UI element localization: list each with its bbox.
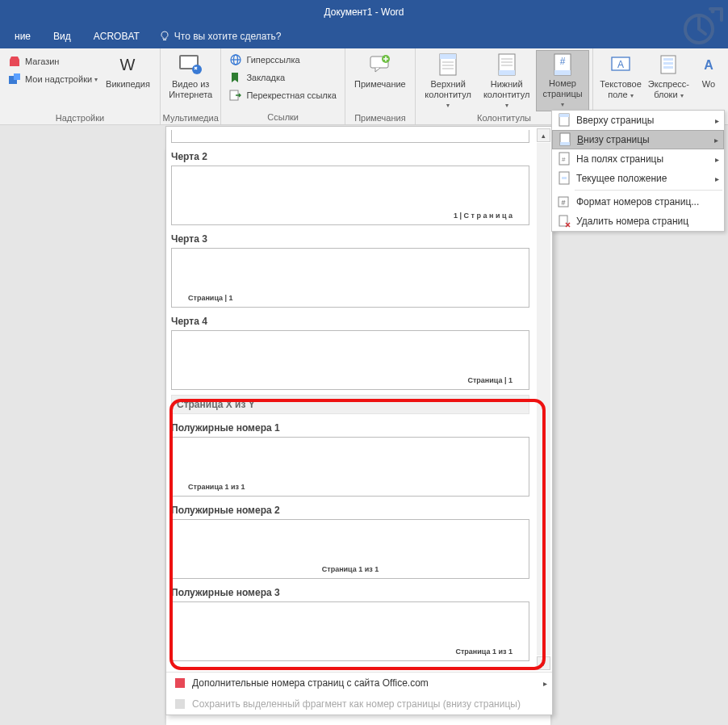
svg-rect-34: [663, 66, 673, 69]
svg-rect-46: [559, 216, 567, 226]
scroll-down-button[interactable]: ▾: [537, 656, 550, 670]
svg-text:#: #: [562, 156, 566, 163]
window-title: Документ1 - Word: [324, 6, 404, 18]
menu-top-of-page[interactable]: Вверху страницы▸: [552, 111, 724, 130]
menu-page-margins[interactable]: # На полях страницы▸: [552, 149, 724, 169]
chevron-right-icon: ▸: [715, 174, 719, 183]
store-button[interactable]: Магазин: [5, 53, 101, 69]
quick-parts-button[interactable]: Экспресс- блоки ▾: [645, 50, 692, 111]
svg-text:W: W: [120, 56, 136, 73]
gallery-more-online[interactable]: Дополнительные номера страниц с сайта Of…: [166, 673, 552, 694]
chevron-right-icon: ▸: [714, 136, 718, 145]
footer-button[interactable]: Нижний колонтитул ▾: [477, 50, 536, 111]
chevron-right-icon: ▸: [543, 679, 547, 688]
chevron-right-icon: ▸: [715, 116, 719, 125]
chevron-right-icon: ▸: [715, 155, 719, 164]
textbox-button[interactable]: A Текстовое поле ▾: [596, 50, 645, 111]
svg-text:#: #: [561, 199, 565, 207]
comment-icon: [367, 52, 393, 78]
menu-remove-page-numbers[interactable]: Удалить номера страниц: [552, 212, 724, 231]
my-addins-button[interactable]: Мои надстройки▾: [5, 71, 101, 87]
svg-rect-33: [663, 62, 673, 65]
svg-text:A: A: [617, 59, 624, 70]
page-number-icon: #: [550, 52, 575, 77]
svg-text:#: #: [560, 56, 566, 67]
wordart-icon: A: [696, 52, 722, 78]
page-current-icon: [557, 171, 571, 186]
gallery-item-bold1[interactable]: Страница 1 из 1: [171, 437, 529, 497]
addins-icon: [8, 73, 21, 86]
bookmark-button[interactable]: Закладка: [226, 69, 340, 86]
header-button[interactable]: Верхний колонтитул ▾: [419, 50, 478, 111]
menu-bottom-of-page[interactable]: Внизу страницы▸: [552, 130, 724, 149]
page-number-gallery: ▴ ▾ Черта 2 1 | С т р а н и ц а Черта 3 …: [165, 126, 553, 715]
gallery-item-label: Полужирные номера 2: [171, 505, 529, 516]
gallery-section-header: Страница X из Y: [171, 395, 529, 414]
svg-rect-37: [559, 114, 569, 117]
page-number-button[interactable]: # Номер страницы ▾: [536, 50, 589, 111]
textbox-icon: A: [608, 52, 634, 78]
online-video-button[interactable]: Видео из Интернета: [165, 50, 215, 111]
gallery-item-label: Черта 3: [171, 233, 529, 245]
hyperlink-button[interactable]: Гиперссылка: [226, 52, 340, 68]
svg-rect-28: [554, 70, 571, 75]
gallery-item-label: Черта 4: [171, 316, 529, 327]
quick-icon: [655, 52, 681, 78]
menu-format-page-numbers[interactable]: # Формат номеров страниц...: [552, 192, 724, 212]
page-top-icon: [557, 113, 571, 128]
office-icon: [173, 676, 187, 690]
page-bottom-icon: [558, 132, 572, 147]
tell-me[interactable]: Что вы хотите сделать?: [159, 31, 282, 42]
svg-text:A: A: [704, 58, 713, 72]
page-number-menu: Вверху страницы▸ Внизу страницы▸ # На по…: [551, 110, 725, 232]
remove-icon: [557, 214, 571, 228]
ribbon-tabs: ние Вид ACROBAT Что вы хотите сделать?: [0, 24, 728, 48]
link-icon: [229, 53, 242, 66]
gallery-item-label: Полужирные номера 3: [171, 587, 529, 598]
svg-rect-3: [10, 60, 19, 66]
tab-view[interactable]: Вид: [42, 24, 82, 48]
save-sel-icon: [173, 697, 187, 711]
group-label-media: Мультимедиа: [161, 111, 220, 125]
wikipedia-icon: W: [115, 52, 140, 78]
gallery-item-line4[interactable]: Страница | 1: [171, 330, 529, 390]
format-icon: #: [557, 195, 571, 209]
tab-partial[interactable]: ние: [3, 24, 42, 48]
svg-rect-5: [14, 73, 20, 80]
scrollbar-track[interactable]: [537, 143, 550, 656]
comment-button[interactable]: Примечание: [351, 50, 409, 111]
gallery-item-label: Черта 2: [171, 151, 529, 162]
footer-icon: [494, 52, 520, 78]
group-label-addins: Надстройки: [0, 111, 160, 125]
scroll-up-button[interactable]: ▴: [537, 128, 550, 142]
svg-rect-39: [560, 142, 570, 145]
gallery-item-line3[interactable]: Страница | 1: [171, 248, 529, 308]
crossref-button[interactable]: Перекрестная ссылка: [226, 87, 340, 103]
svg-rect-47: [175, 678, 185, 688]
wikipedia-button[interactable]: W Википедия: [103, 50, 153, 111]
group-label-links: Ссылки: [221, 111, 345, 124]
svg-rect-48: [175, 699, 185, 709]
gallery-save-selection: Сохранить выделенный фрагмент как номер …: [166, 694, 552, 715]
crossref-icon: [229, 89, 242, 102]
tab-acrobat[interactable]: ACROBAT: [82, 24, 151, 48]
gallery-item-bold3[interactable]: Страница 1 из 1: [171, 601, 529, 661]
gallery-item-line2[interactable]: 1 | С т р а н и ц а: [171, 166, 529, 225]
menu-current-position[interactable]: Текущее положение▸: [552, 169, 724, 188]
title-bar: Документ1 - Word: [0, 0, 728, 24]
gallery-item-bold2[interactable]: Страница 1 из 1: [171, 519, 529, 579]
gallery-item-partial[interactable]: [171, 130, 529, 143]
gallery-item-label: Полужирные номера 1: [171, 422, 529, 434]
group-label-comments: Примечания: [345, 111, 415, 125]
svg-rect-2: [163, 40, 166, 40]
svg-rect-32: [663, 58, 673, 61]
page-margin-icon: #: [557, 152, 571, 166]
store-icon: [8, 55, 21, 68]
bookmark-icon: [229, 71, 242, 84]
lightbulb-icon: [159, 31, 170, 42]
video-icon: [178, 52, 203, 78]
wordart-button-partial[interactable]: A Wo: [692, 50, 725, 111]
header-icon: [435, 52, 461, 78]
svg-rect-22: [499, 70, 515, 75]
svg-rect-17: [440, 54, 456, 59]
